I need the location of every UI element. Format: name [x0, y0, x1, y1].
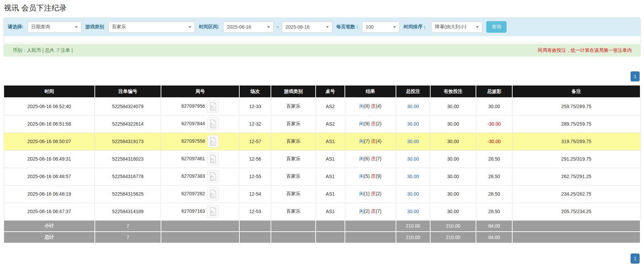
valid-bet-cell: 30.00 [430, 185, 476, 203]
table-row: 2025-06-16 06:48:19 522584315625 6270972… [4, 185, 640, 203]
film-file-icon [210, 137, 216, 146]
search-button[interactable]: 查询 [486, 21, 507, 33]
table-no-cell: AS1 [316, 133, 345, 150]
table-row: 2025-06-16 06:48:57 522584316778 6270973… [4, 168, 640, 185]
valid-bet-cell: 30.00 [430, 133, 476, 150]
header-round-id: 局号 [161, 86, 239, 98]
table-row: 2025-06-16 06:51:58 522584322614 6270978… [4, 115, 640, 133]
date-from-value: 2025-06-16 [224, 24, 264, 30]
total-bet-link[interactable]: 30.00 [407, 174, 419, 179]
header-session: 场次 [239, 86, 271, 98]
result-banker-label: 庄 [371, 138, 376, 144]
total-bet-link[interactable]: 30.00 [407, 139, 419, 144]
video-replay-button[interactable] [207, 188, 219, 200]
total-bet-link[interactable]: 30.00 [407, 156, 419, 162]
payout-cell: 28.50 [476, 185, 512, 203]
time-sort-select[interactable]: 降幂(由大到小) [431, 22, 482, 33]
video-replay-button[interactable] [207, 135, 219, 148]
total-valid-bet: 210.00 [430, 232, 476, 243]
page: 视讯 会员下注纪录 请选择: 日期查询 游戏类别 百家乐 时间区间: 2025-… [0, 0, 644, 269]
page-button-1[interactable]: 1 [631, 71, 640, 81]
chevron-down-icon[interactable] [473, 22, 482, 32]
bet-id-cell: 522584314189 [95, 203, 161, 220]
summary-notice: 同局有效投注，统一计算在该局第一张注单内 [538, 47, 632, 54]
film-file-icon [210, 102, 216, 111]
result-banker-score: (9) [376, 173, 381, 179]
total-row: 总计 7 210.00 210.00 84.00 [4, 232, 640, 243]
subtotal-empty [345, 220, 396, 232]
round-id: 627097282 [182, 191, 205, 196]
payout-cell: 30.00 [476, 98, 512, 115]
game-type-cell: 百家乐 [271, 98, 316, 115]
video-replay-button[interactable] [207, 117, 219, 130]
filter-bar: 请选择: 日期查询 游戏类别 百家乐 时间区间: 2025-06-16 ~ 20… [4, 18, 640, 36]
total-empty [512, 232, 640, 243]
result-player-label: 闲 [359, 156, 364, 161]
video-replay-button[interactable] [207, 100, 219, 113]
chevron-down-icon[interactable] [390, 22, 399, 32]
result-player-label: 闲 [359, 138, 364, 144]
table-no-cell: AS1 [316, 203, 345, 220]
result-player-label: 闲 [359, 121, 364, 126]
session-cell: 12-53 [239, 203, 271, 220]
video-replay-button[interactable] [207, 205, 219, 218]
result-player-label: 闲 [359, 103, 364, 109]
game-type-cell: 百家乐 [271, 133, 316, 150]
result-cell: 闲(7)庄(4) [345, 133, 396, 150]
round-id: 627097383 [182, 173, 205, 179]
bet-id-cell: 522584316778 [95, 168, 161, 185]
page-title: 视讯 会员下注纪录 [4, 3, 641, 13]
result-player-score: (1) [364, 191, 370, 196]
total-bet-link[interactable]: 30.00 [407, 104, 419, 109]
game-type-cell: 百家乐 [271, 150, 316, 168]
total-bet-link[interactable]: 30.00 [407, 191, 419, 197]
total-bet-cell: 30.00 [396, 115, 430, 133]
header-bet-id: 注单编号 [95, 86, 161, 98]
chevron-down-icon[interactable] [72, 22, 81, 32]
date-range-separator: ~ [276, 24, 279, 30]
bet-id-cell: 522584324079 [95, 98, 161, 115]
payout-cell: 28.50 [476, 168, 512, 185]
page-button-1[interactable]: 1 [631, 254, 640, 264]
query-mode-select[interactable]: 日期查询 [28, 22, 81, 33]
page-size-select[interactable]: 100 [362, 22, 400, 33]
session-cell: 12-57 [239, 133, 271, 150]
video-replay-button[interactable] [207, 170, 219, 183]
time-cell: 2025-06-16 06:48:19 [4, 185, 95, 203]
chevron-down-icon[interactable] [264, 22, 273, 32]
total-label: 总计 [4, 232, 95, 243]
chevron-down-icon[interactable] [185, 22, 195, 32]
subtotal-label: 小计 [4, 220, 95, 232]
date-to-select[interactable]: 2025-06-16 [282, 22, 332, 33]
subtotal-empty [512, 220, 640, 232]
valid-bet-cell: 30.00 [430, 98, 476, 115]
video-replay-button[interactable] [207, 153, 219, 165]
remark-cell: 205.75/234.25 [512, 203, 640, 220]
total-empty [316, 232, 345, 243]
round-id-cell: 627097282 [161, 185, 239, 203]
total-bet-link[interactable]: 30.00 [407, 209, 419, 214]
bet-id-cell: 522584319173 [95, 133, 161, 150]
game-type-select[interactable]: 百家乐 [108, 22, 195, 33]
header-time: 时间 [4, 86, 95, 98]
time-sort-value: 降幂(由大到小) [432, 24, 473, 30]
total-bet-cell: 30.00 [396, 185, 430, 203]
total-bet-link[interactable]: 30.00 [407, 121, 419, 127]
subtotal-valid-bet: 210.00 [430, 220, 476, 232]
result-player-score: (5) [364, 173, 370, 179]
game-type-value: 百家乐 [109, 24, 185, 30]
table-row: 2025-06-16 06:50:07 522584319173 6270975… [4, 133, 640, 150]
total-bet-cell: 30.00 [396, 150, 430, 168]
film-file-icon [210, 155, 216, 163]
chevron-down-icon[interactable] [323, 22, 332, 32]
total-count: 7 [95, 232, 161, 243]
date-from-select[interactable]: 2025-06-16 [223, 22, 274, 33]
payout-cell: 28.50 [476, 150, 512, 168]
result-cell: 闲(2)庄(7) [345, 203, 396, 220]
query-mode-label: 请选择: [8, 24, 24, 30]
result-banker-label: 庄 [371, 156, 376, 161]
session-cell: 12-33 [239, 98, 271, 115]
result-cell: 闲(8)庄(4) [345, 98, 396, 115]
subtotal-empty [239, 220, 271, 232]
table-body: 2025-06-16 06:52:40 522584324079 6270979… [4, 98, 640, 220]
